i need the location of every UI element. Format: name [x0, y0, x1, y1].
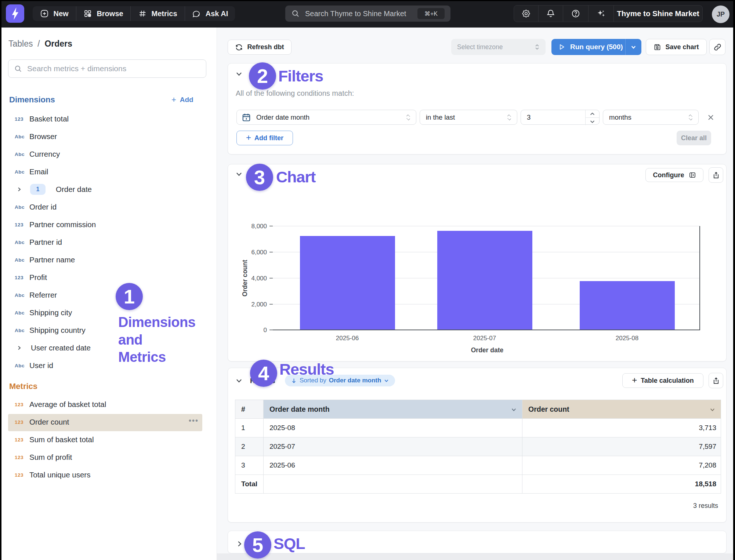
svg-text:2025-08: 2025-08 [616, 335, 638, 342]
svg-text:0: 0 [264, 327, 267, 334]
svg-text:2025-07: 2025-07 [473, 335, 496, 342]
svg-text:4,000: 4,000 [251, 275, 267, 282]
svg-text:Order date: Order date [471, 346, 504, 354]
svg-text:2,000: 2,000 [251, 301, 267, 308]
svg-text:6,000: 6,000 [251, 249, 267, 256]
svg-text:8,000: 8,000 [251, 223, 267, 230]
svg-text:Order count: Order count [241, 260, 249, 297]
svg-text:2025-06: 2025-06 [336, 335, 359, 342]
